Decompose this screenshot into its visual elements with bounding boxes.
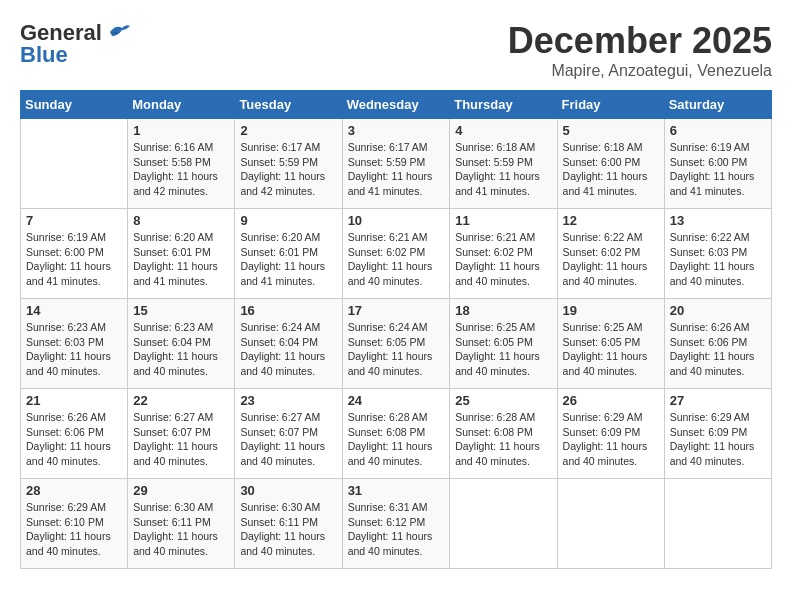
sunset-text: Sunset: 6:02 PM — [563, 245, 659, 260]
day-info: Sunrise: 6:23 AMSunset: 6:03 PMDaylight:… — [26, 320, 122, 379]
daylight-text: and 41 minutes. — [455, 184, 551, 199]
sunset-text: Sunset: 6:05 PM — [348, 335, 445, 350]
day-number: 5 — [563, 123, 659, 138]
day-number: 27 — [670, 393, 766, 408]
daylight-text: and 40 minutes. — [563, 364, 659, 379]
day-number: 21 — [26, 393, 122, 408]
sunset-text: Sunset: 6:02 PM — [455, 245, 551, 260]
daylight-text: Daylight: 11 hours — [348, 169, 445, 184]
calendar-cell: 18Sunrise: 6:25 AMSunset: 6:05 PMDayligh… — [450, 299, 557, 389]
daylight-text: and 40 minutes. — [348, 454, 445, 469]
day-number: 2 — [240, 123, 336, 138]
daylight-text: Daylight: 11 hours — [348, 259, 445, 274]
daylight-text: and 41 minutes. — [563, 184, 659, 199]
daylight-text: Daylight: 11 hours — [455, 259, 551, 274]
daylight-text: and 40 minutes. — [455, 454, 551, 469]
daylight-text: Daylight: 11 hours — [455, 439, 551, 454]
sunrise-text: Sunrise: 6:17 AM — [240, 140, 336, 155]
day-number: 18 — [455, 303, 551, 318]
day-info: Sunrise: 6:22 AMSunset: 6:03 PMDaylight:… — [670, 230, 766, 289]
sunrise-text: Sunrise: 6:29 AM — [26, 500, 122, 515]
daylight-text: Daylight: 11 hours — [26, 349, 122, 364]
sunrise-text: Sunrise: 6:23 AM — [26, 320, 122, 335]
sunset-text: Sunset: 6:08 PM — [348, 425, 445, 440]
daylight-text: Daylight: 11 hours — [133, 259, 229, 274]
daylight-text: and 40 minutes. — [240, 544, 336, 559]
sunrise-text: Sunrise: 6:20 AM — [133, 230, 229, 245]
calendar-cell: 12Sunrise: 6:22 AMSunset: 6:02 PMDayligh… — [557, 209, 664, 299]
sunset-text: Sunset: 6:00 PM — [563, 155, 659, 170]
daylight-text: and 41 minutes. — [133, 274, 229, 289]
day-info: Sunrise: 6:30 AMSunset: 6:11 PMDaylight:… — [133, 500, 229, 559]
daylight-text: and 41 minutes. — [26, 274, 122, 289]
sunrise-text: Sunrise: 6:18 AM — [455, 140, 551, 155]
day-info: Sunrise: 6:25 AMSunset: 6:05 PMDaylight:… — [563, 320, 659, 379]
day-info: Sunrise: 6:26 AMSunset: 6:06 PMDaylight:… — [26, 410, 122, 469]
sunrise-text: Sunrise: 6:27 AM — [240, 410, 336, 425]
daylight-text: Daylight: 11 hours — [455, 169, 551, 184]
daylight-text: Daylight: 11 hours — [26, 439, 122, 454]
weekday-header-wednesday: Wednesday — [342, 91, 450, 119]
sunrise-text: Sunrise: 6:30 AM — [240, 500, 336, 515]
day-number: 28 — [26, 483, 122, 498]
day-info: Sunrise: 6:19 AMSunset: 6:00 PMDaylight:… — [670, 140, 766, 199]
daylight-text: and 40 minutes. — [240, 454, 336, 469]
calendar-cell: 26Sunrise: 6:29 AMSunset: 6:09 PMDayligh… — [557, 389, 664, 479]
calendar-cell: 8Sunrise: 6:20 AMSunset: 6:01 PMDaylight… — [128, 209, 235, 299]
sunset-text: Sunset: 6:02 PM — [348, 245, 445, 260]
daylight-text: Daylight: 11 hours — [133, 169, 229, 184]
daylight-text: Daylight: 11 hours — [240, 169, 336, 184]
daylight-text: and 40 minutes. — [26, 364, 122, 379]
daylight-text: Daylight: 11 hours — [670, 259, 766, 274]
daylight-text: Daylight: 11 hours — [563, 439, 659, 454]
sunset-text: Sunset: 6:04 PM — [133, 335, 229, 350]
daylight-text: Daylight: 11 hours — [563, 169, 659, 184]
daylight-text: and 40 minutes. — [133, 364, 229, 379]
sunset-text: Sunset: 6:11 PM — [133, 515, 229, 530]
day-number: 14 — [26, 303, 122, 318]
sunrise-text: Sunrise: 6:16 AM — [133, 140, 229, 155]
calendar-body: 1Sunrise: 6:16 AMSunset: 5:58 PMDaylight… — [21, 119, 772, 569]
sunrise-text: Sunrise: 6:18 AM — [563, 140, 659, 155]
sunset-text: Sunset: 6:00 PM — [26, 245, 122, 260]
calendar-cell: 22Sunrise: 6:27 AMSunset: 6:07 PMDayligh… — [128, 389, 235, 479]
daylight-text: and 40 minutes. — [26, 544, 122, 559]
calendar-cell: 19Sunrise: 6:25 AMSunset: 6:05 PMDayligh… — [557, 299, 664, 389]
sunrise-text: Sunrise: 6:17 AM — [348, 140, 445, 155]
sunrise-text: Sunrise: 6:26 AM — [26, 410, 122, 425]
day-number: 12 — [563, 213, 659, 228]
sunrise-text: Sunrise: 6:27 AM — [133, 410, 229, 425]
calendar-cell: 30Sunrise: 6:30 AMSunset: 6:11 PMDayligh… — [235, 479, 342, 569]
day-info: Sunrise: 6:24 AMSunset: 6:05 PMDaylight:… — [348, 320, 445, 379]
day-info: Sunrise: 6:31 AMSunset: 6:12 PMDaylight:… — [348, 500, 445, 559]
day-number: 13 — [670, 213, 766, 228]
sunset-text: Sunset: 6:04 PM — [240, 335, 336, 350]
daylight-text: Daylight: 11 hours — [563, 259, 659, 274]
sunset-text: Sunset: 6:06 PM — [670, 335, 766, 350]
page-header: General Blue December 2025 Mapire, Anzoa… — [20, 20, 772, 80]
day-number: 16 — [240, 303, 336, 318]
daylight-text: Daylight: 11 hours — [348, 349, 445, 364]
day-number: 26 — [563, 393, 659, 408]
day-number: 11 — [455, 213, 551, 228]
calendar-cell: 11Sunrise: 6:21 AMSunset: 6:02 PMDayligh… — [450, 209, 557, 299]
calendar-cell: 24Sunrise: 6:28 AMSunset: 6:08 PMDayligh… — [342, 389, 450, 479]
calendar-cell: 23Sunrise: 6:27 AMSunset: 6:07 PMDayligh… — [235, 389, 342, 479]
day-info: Sunrise: 6:20 AMSunset: 6:01 PMDaylight:… — [133, 230, 229, 289]
day-number: 25 — [455, 393, 551, 408]
sunrise-text: Sunrise: 6:30 AM — [133, 500, 229, 515]
sunset-text: Sunset: 6:05 PM — [455, 335, 551, 350]
daylight-text: and 40 minutes. — [455, 274, 551, 289]
sunset-text: Sunset: 5:59 PM — [240, 155, 336, 170]
day-info: Sunrise: 6:29 AMSunset: 6:10 PMDaylight:… — [26, 500, 122, 559]
calendar-cell: 2Sunrise: 6:17 AMSunset: 5:59 PMDaylight… — [235, 119, 342, 209]
sunrise-text: Sunrise: 6:24 AM — [348, 320, 445, 335]
sunrise-text: Sunrise: 6:24 AM — [240, 320, 336, 335]
sunset-text: Sunset: 5:59 PM — [455, 155, 551, 170]
logo-blue: Blue — [20, 42, 68, 68]
day-info: Sunrise: 6:27 AMSunset: 6:07 PMDaylight:… — [240, 410, 336, 469]
calendar-cell: 25Sunrise: 6:28 AMSunset: 6:08 PMDayligh… — [450, 389, 557, 479]
logo-bird-icon — [108, 22, 130, 40]
sunset-text: Sunset: 6:12 PM — [348, 515, 445, 530]
day-number: 10 — [348, 213, 445, 228]
